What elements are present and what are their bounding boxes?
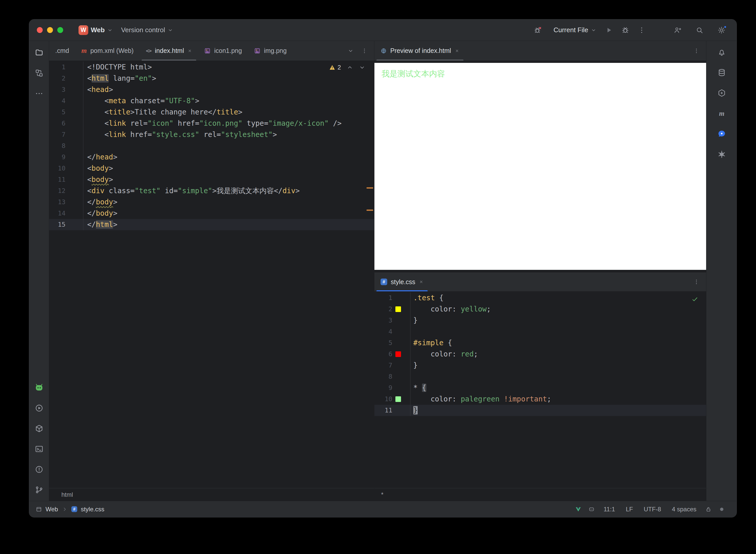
code-line[interactable]: 4 <meta charset="UTF-8"> bbox=[49, 95, 374, 107]
breadcrumb-item[interactable]: * bbox=[381, 491, 384, 498]
close-window-button[interactable] bbox=[37, 27, 43, 33]
line-number[interactable]: 7 bbox=[374, 360, 392, 371]
code-line[interactable]: 2<html lang="en"> bbox=[49, 73, 374, 84]
line-number[interactable]: 6 bbox=[49, 118, 65, 129]
line-number[interactable]: 4 bbox=[49, 95, 65, 107]
editor-tab-img-png[interactable]: img.png bbox=[248, 41, 293, 61]
line-number[interactable]: 9 bbox=[49, 152, 65, 163]
line-number[interactable]: 3 bbox=[374, 315, 392, 326]
line-number[interactable]: 15 bbox=[49, 219, 65, 230]
code-line[interactable]: 13</body> bbox=[49, 197, 374, 208]
line-number[interactable]: 4 bbox=[374, 326, 392, 337]
html-breadcrumbs[interactable]: html bbox=[49, 488, 374, 501]
code-line[interactable]: 10<body> bbox=[49, 163, 374, 174]
maven-icon[interactable]: m bbox=[714, 103, 729, 124]
editor-tab-index-html[interactable]: <>index.html bbox=[140, 41, 198, 61]
openai-icon[interactable] bbox=[714, 144, 729, 165]
vcs-widget[interactable]: Version control bbox=[117, 23, 177, 37]
status-file-name[interactable]: style.css bbox=[81, 506, 104, 513]
run-configuration-selector[interactable]: Current File bbox=[553, 26, 596, 34]
horizontal-splitter[interactable] bbox=[374, 270, 706, 272]
line-number[interactable]: 1 bbox=[374, 292, 392, 303]
ai-chat-icon[interactable] bbox=[714, 124, 729, 144]
caret-position-widget[interactable]: 11:1 bbox=[598, 506, 620, 513]
line-number[interactable]: 2 bbox=[49, 73, 65, 84]
code-line[interactable]: 5#simple { bbox=[374, 337, 706, 348]
tab-preview-of-index-html[interactable]: Preview of index.html bbox=[374, 41, 465, 61]
breadcrumb-item[interactable]: html bbox=[61, 491, 73, 498]
minimize-window-button[interactable] bbox=[47, 27, 53, 33]
version-control-icon[interactable] bbox=[32, 480, 47, 500]
inspections-widget[interactable]: 2 bbox=[329, 64, 365, 71]
previous-problem-chevron-icon[interactable] bbox=[347, 64, 353, 71]
indent-widget[interactable]: 4 spaces bbox=[666, 506, 702, 513]
code-line[interactable]: 14</body> bbox=[49, 208, 374, 219]
line-number[interactable]: 8 bbox=[374, 371, 392, 382]
gutter-color-swatch[interactable] bbox=[395, 307, 401, 312]
css-editor[interactable]: 1.test {2 color: yellow;3}45#simple {6 c… bbox=[374, 291, 706, 488]
line-number[interactable]: 11 bbox=[49, 174, 65, 185]
code-line[interactable]: 1.test { bbox=[374, 292, 706, 303]
project-folder-icon[interactable] bbox=[32, 42, 47, 63]
editor-tab-pom-xml-web[interactable]: mpom.xml (Web) bbox=[75, 41, 140, 61]
search-everywhere-icon[interactable] bbox=[696, 26, 703, 34]
line-number[interactable]: 8 bbox=[49, 140, 65, 152]
code-line[interactable]: 3<head> bbox=[49, 84, 374, 95]
problems-icon[interactable] bbox=[32, 459, 47, 480]
structure-icon[interactable] bbox=[32, 63, 47, 83]
more-icon[interactable] bbox=[32, 83, 47, 104]
code-line[interactable]: 1<!DOCTYPE html> bbox=[49, 62, 374, 73]
close-icon[interactable] bbox=[188, 49, 192, 53]
more-actions-icon[interactable] bbox=[638, 26, 646, 34]
tab-style-css[interactable]: # style.css bbox=[374, 272, 430, 291]
line-number[interactable]: 5 bbox=[374, 337, 392, 348]
project-widget[interactable]: W Web bbox=[74, 23, 117, 37]
encoding-widget[interactable]: UTF-8 bbox=[638, 506, 666, 513]
code-with-me-add-user-icon[interactable] bbox=[674, 26, 681, 34]
editor-tab-icon1-png[interactable]: icon1.png bbox=[198, 41, 248, 61]
error-stripe-mark[interactable] bbox=[366, 210, 373, 211]
error-stripe-mark[interactable] bbox=[366, 187, 373, 188]
gutter-color-swatch[interactable] bbox=[395, 351, 401, 357]
code-line[interactable]: 5 <title>Title change here</title> bbox=[49, 107, 374, 118]
preview-options-kebab-icon[interactable] bbox=[693, 48, 700, 54]
line-number[interactable]: 2 bbox=[374, 303, 392, 315]
services-run-icon[interactable] bbox=[32, 398, 47, 418]
css-breadcrumbs[interactable]: * bbox=[374, 488, 706, 501]
code-line[interactable]: 9* { bbox=[374, 382, 706, 393]
line-number[interactable]: 3 bbox=[49, 84, 65, 95]
debugger-error-icon[interactable] bbox=[534, 26, 542, 34]
line-number[interactable]: 9 bbox=[374, 382, 392, 393]
line-number[interactable]: 6 bbox=[374, 348, 392, 360]
close-icon[interactable] bbox=[419, 280, 423, 284]
kodee-plugin-icon[interactable] bbox=[32, 377, 47, 398]
line-number[interactable]: 10 bbox=[374, 393, 392, 405]
ai-status-icon[interactable] bbox=[585, 506, 598, 512]
status-project-name[interactable]: Web bbox=[46, 506, 58, 513]
build-icon[interactable] bbox=[32, 418, 47, 439]
settings-gear-icon[interactable] bbox=[718, 26, 725, 34]
zoom-window-button[interactable] bbox=[57, 27, 63, 33]
code-line[interactable]: 4 bbox=[374, 326, 706, 337]
line-number[interactable]: 1 bbox=[49, 62, 65, 73]
code-line[interactable]: 6 color: red; bbox=[374, 348, 706, 360]
database-icon[interactable] bbox=[714, 62, 729, 83]
code-line[interactable]: 2 color: yellow; bbox=[374, 303, 706, 315]
css-options-kebab-icon[interactable] bbox=[693, 279, 700, 285]
run-button[interactable] bbox=[605, 26, 613, 34]
ai-assistant-icon[interactable] bbox=[714, 83, 729, 103]
close-icon[interactable] bbox=[455, 49, 459, 53]
line-number[interactable]: 7 bbox=[49, 129, 65, 140]
project-window-icon[interactable] bbox=[36, 506, 42, 512]
code-line[interactable]: 7} bbox=[374, 360, 706, 371]
line-number[interactable]: 11 bbox=[374, 405, 392, 416]
gutter-color-swatch[interactable] bbox=[395, 396, 401, 402]
tab-options-kebab-icon[interactable] bbox=[361, 48, 367, 54]
terminal-icon[interactable] bbox=[32, 439, 47, 459]
code-line[interactable]: 3} bbox=[374, 315, 706, 326]
line-number[interactable]: 10 bbox=[49, 163, 65, 174]
line-number[interactable]: 5 bbox=[49, 107, 65, 118]
code-line[interactable]: 7 <link href="style.css" rel="stylesheet… bbox=[49, 129, 374, 140]
code-line[interactable]: 11<body> bbox=[49, 174, 374, 185]
debug-button[interactable] bbox=[621, 26, 629, 34]
